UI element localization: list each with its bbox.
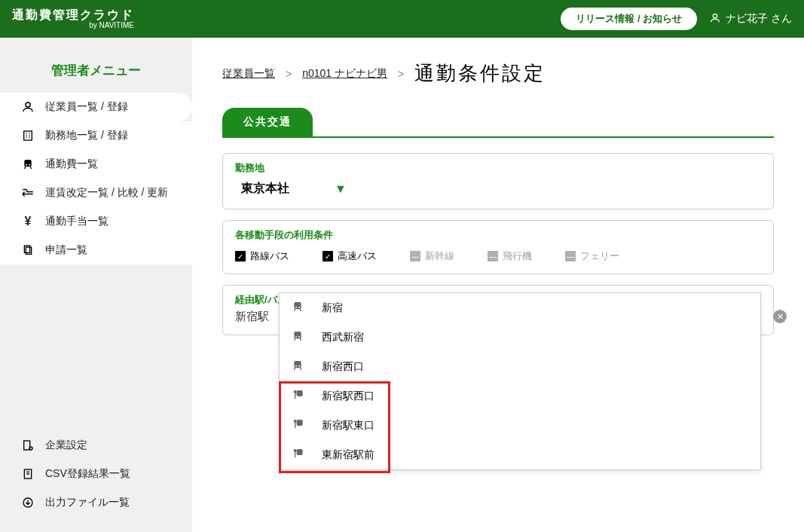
sidebar-item-employees[interactable]: 従業員一覧 / 登録 [0, 93, 192, 121]
breadcrumb-level2[interactable]: n0101 ナビナビ男 [302, 67, 387, 81]
sidebar-item-workplace[interactable]: 勤務地一覧 / 登録 [0, 121, 192, 150]
dropdown-item-label: 新宿駅東口 [322, 419, 374, 433]
svg-rect-33 [297, 391, 302, 396]
checkbox-icon: — [488, 251, 498, 261]
checkbox-icon: ✓ [235, 251, 246, 261]
conditions-options: ✓路線バス ✓高速バス —新幹線 —飛行機 —フェリー [235, 249, 761, 263]
workplace-card: 勤務地 東京本社 ▼ [222, 153, 774, 209]
sidebar-item-label: 勤務地一覧 / 登録 [45, 129, 128, 142]
dropdown-item[interactable]: 新宿駅東口 [280, 411, 760, 440]
sidebar-header: 管理者メニュー [0, 53, 192, 93]
dropdown-item-label: 新宿西口 [322, 360, 364, 374]
svg-point-11 [29, 164, 30, 166]
workplace-value: 東京本社 [241, 181, 289, 197]
bus-stop-icon [292, 418, 305, 433]
clear-input-icon[interactable]: ✕ [773, 310, 787, 323]
sidebar-item-label: 通勤費一覧 [45, 157, 98, 171]
checkbox-icon: ✓ [323, 251, 333, 261]
svg-point-1 [26, 102, 30, 107]
header: 通勤費管理クラウド by NAVITIME リリース情報 / お知らせ ナビ花子… [0, 0, 804, 38]
dropdown-item[interactable]: 西武新宿 [280, 323, 760, 352]
building-cog-icon [21, 439, 35, 452]
train-icon [292, 330, 305, 344]
dropdown-item-label: 東新宿駅前 [322, 448, 374, 462]
money-sync-icon [21, 186, 35, 200]
tab-row: 公共交通 [222, 108, 774, 136]
svg-point-30 [298, 365, 300, 367]
checkbox-icon: — [565, 251, 576, 261]
sidebar: 管理者メニュー 従業員一覧 / 登録 勤務地一覧 / 登録 通勤費一覧 運賃改定… [0, 38, 192, 532]
conditions-label: 各移動手段の利用条件 [235, 228, 761, 242]
person-icon [21, 100, 35, 114]
sidebar-item-output-files[interactable]: 出力ファイル一覧 [0, 488, 192, 517]
svg-rect-2 [24, 131, 32, 140]
svg-rect-9 [24, 160, 31, 167]
sidebar-item-company-settings[interactable]: 企業設定 [0, 431, 192, 460]
train-icon [292, 301, 305, 315]
app-subtitle: by NAVITIME [12, 21, 134, 29]
tab-underline [222, 136, 774, 138]
checkbox-label: 路線バス [250, 249, 289, 263]
sidebar-item-label: 従業員一覧 / 登録 [45, 100, 128, 114]
breadcrumb-level1[interactable]: 従業員一覧 [222, 67, 275, 81]
svg-point-26 [295, 336, 297, 338]
user-info[interactable]: ナビ花子 さん [709, 12, 792, 26]
dropdown-item-label: 新宿駅西口 [322, 390, 374, 403]
svg-point-29 [295, 365, 297, 367]
checkbox-label: 高速バス [338, 249, 377, 263]
checkbox-label: 新幹線 [425, 249, 454, 263]
sidebar-item-applications[interactable]: 申請一覧 [0, 236, 192, 264]
sidebar-item-allowance[interactable]: ¥ 通勤手当一覧 [0, 207, 192, 236]
checkbox-route-bus[interactable]: ✓路線バス [235, 249, 289, 263]
svg-rect-39 [297, 450, 302, 455]
breadcrumb-current: 通勤条件設定 [414, 60, 546, 87]
sidebar-item-fare-revision[interactable]: 運賃改定一覧 / 比較 / 更新 [0, 179, 192, 207]
dropdown-item[interactable]: 新宿駅西口 [280, 381, 760, 411]
svg-rect-25 [294, 332, 301, 338]
checkbox-icon: — [410, 251, 420, 261]
train-icon [292, 359, 305, 374]
svg-point-34 [294, 420, 296, 423]
station-autocomplete-dropdown[interactable]: 新宿 西武新宿 新宿西口 新宿駅西口 新宿駅東口 東新宿駅前 [279, 292, 761, 470]
checkbox-highway-bus[interactable]: ✓高速バス [323, 249, 377, 263]
checkbox-shinkansen[interactable]: —新幹線 [410, 249, 454, 263]
checkbox-label: 飛行機 [503, 249, 532, 263]
bus-stop-icon [292, 448, 305, 462]
sidebar-item-label: 通勤手当一覧 [45, 215, 109, 228]
sidebar-item-label: 出力ファイル一覧 [45, 496, 130, 509]
yen-icon: ¥ [21, 215, 35, 228]
svg-point-0 [713, 14, 717, 17]
dropdown-item[interactable]: 新宿 [280, 293, 760, 323]
sidebar-item-commuting-cost[interactable]: 通勤費一覧 [0, 150, 192, 179]
tab-public-transport[interactable]: 公共交通 [222, 108, 313, 136]
user-icon [709, 12, 721, 26]
caret-down-icon: ▼ [335, 182, 347, 196]
files-icon [21, 243, 35, 257]
checkbox-airplane[interactable]: —飛行機 [488, 249, 532, 263]
release-info-button[interactable]: リリース情報 / お知らせ [561, 8, 697, 30]
app-title: 通勤費管理クラウド [12, 8, 134, 22]
svg-point-24 [298, 307, 300, 308]
dropdown-item[interactable]: 新宿西口 [280, 352, 760, 381]
workplace-select[interactable]: 東京本社 ▼ [235, 179, 353, 198]
sidebar-item-csv-results[interactable]: CSV登録結果一覧 [0, 460, 192, 488]
svg-rect-22 [294, 302, 301, 309]
svg-point-31 [294, 391, 296, 393]
breadcrumb: 従業員一覧 > n0101 ナビナビ男 > 通勤条件設定 [222, 60, 774, 87]
dropdown-item-label: 新宿 [322, 301, 343, 315]
dropdown-item[interactable]: 東新宿駅前 [280, 440, 760, 469]
header-brand: 通勤費管理クラウド by NAVITIME [12, 8, 134, 30]
download-icon [21, 496, 35, 509]
sidebar-item-label: 申請一覧 [45, 243, 87, 257]
svg-rect-36 [297, 420, 302, 426]
user-name: ナビ花子 さん [726, 12, 792, 26]
conditions-card: 各移動手段の利用条件 ✓路線バス ✓高速バス —新幹線 —飛行機 —フェリー [222, 220, 774, 274]
checkbox-ferry[interactable]: —フェリー [565, 249, 619, 263]
doc-icon [21, 467, 35, 481]
checkbox-label: フェリー [580, 249, 619, 263]
svg-point-27 [298, 336, 300, 338]
sidebar-item-label: CSV登録結果一覧 [45, 467, 130, 481]
header-right: リリース情報 / お知らせ ナビ花子 さん [561, 8, 792, 30]
svg-point-15 [29, 447, 32, 450]
train-icon [21, 157, 35, 171]
